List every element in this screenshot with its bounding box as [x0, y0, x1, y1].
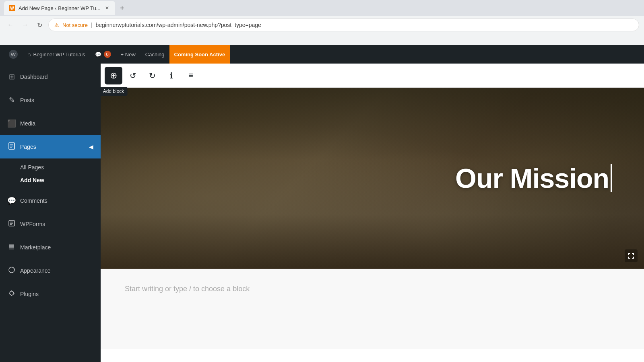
list-view-icon: ≡ [188, 71, 193, 80]
sidebar-item-label: Plugins [20, 291, 39, 297]
undo-button[interactable]: ↺ [124, 67, 142, 84]
wp-logo-icon: W [9, 50, 18, 59]
sidebar-item-label: Appearance [20, 267, 51, 274]
address-bar[interactable]: ⚠ Not secure | beginnerwptutorials.com/w… [48, 19, 639, 31]
sidebar-item-comments[interactable]: 💬 Comments [0, 189, 101, 212]
posts-icon: ✎ [7, 96, 16, 105]
pages-submenu: All Pages Add New [0, 158, 101, 189]
sidebar-item-label: Media [20, 120, 35, 127]
sidebar-item-marketplace[interactable]: Marketplace [0, 236, 101, 259]
sidebar-item-media[interactable]: ⬛ Media [0, 112, 101, 135]
sidebar-item-dashboard[interactable]: ⊞ Dashboard [0, 65, 101, 88]
sidebar-item-appearance[interactable]: Appearance [0, 259, 101, 282]
text-cursor [611, 164, 612, 192]
admin-bar-coming-soon[interactable]: Coming Soon Active [169, 45, 230, 64]
redo-icon: ↻ [149, 71, 156, 80]
sidebar-item-plugins[interactable]: Plugins [0, 282, 101, 306]
sidebar-item-label: Dashboard [20, 74, 48, 80]
wp-admin: W ⌂ Beginner WP Tutorials 💬 0 + New Cach… [0, 45, 644, 362]
admin-bar-comments[interactable]: 💬 0 [90, 45, 116, 64]
comments-icon: 💬 [7, 196, 16, 205]
sidebar-item-label: Marketplace [20, 244, 51, 251]
undo-icon: ↺ [130, 71, 136, 80]
tab-title: Add New Page ‹ Beginner WP Tu... [19, 5, 101, 11]
editor-content[interactable]: Our Mission Start writing or type / to c… [101, 88, 644, 362]
browser-toolbar: ← → ↻ ⚠ Not secure | beginnerwptutorials… [0, 16, 644, 34]
browser-tabs: W Add New Page ‹ Beginner WP Tu... ✕ + [0, 0, 644, 16]
media-icon: ⬛ [7, 119, 16, 128]
home-icon: ⌂ [27, 51, 31, 58]
sidebar-item-wpforms[interactable]: WPForms [0, 212, 101, 236]
sidebar-item-pages[interactable]: Pages ◀ [0, 135, 101, 158]
hero-title: Our Mission [455, 162, 612, 194]
editor-text-area[interactable]: Start writing or type / to choose a bloc… [101, 269, 644, 349]
sidebar-item-posts[interactable]: ✎ Posts [0, 88, 101, 112]
pages-arrow-icon: ◀ [89, 144, 93, 150]
wp-main: ⊞ Dashboard ✎ Posts ⬛ Media Pages ◀ [0, 64, 644, 362]
info-icon: ℹ [170, 71, 173, 80]
browser-tab[interactable]: W Add New Page ‹ Beginner WP Tu... ✕ [4, 1, 115, 15]
redo-button[interactable]: ↻ [143, 67, 161, 84]
admin-bar-caching[interactable]: Caching [140, 45, 169, 64]
comments-count-badge: 0 [104, 51, 111, 58]
add-block-button[interactable]: ⊕ Add block [105, 67, 122, 84]
url-text: beginnerwptutorials.com/wp-admin/post-ne… [96, 22, 261, 28]
pages-icon [7, 142, 16, 152]
sidebar-item-label: Comments [20, 197, 47, 204]
new-tab-button[interactable]: + [117, 2, 128, 14]
sidebar-item-label: WPForms [20, 221, 45, 227]
comment-bubble-icon: 💬 [95, 51, 101, 58]
security-warning-icon: ⚠ [54, 22, 59, 28]
sidebar-subitem-add-new[interactable]: Add New [0, 174, 101, 187]
fullscreen-button[interactable] [625, 249, 638, 262]
not-secure-label: Not secure [62, 22, 88, 28]
appearance-icon [7, 266, 16, 276]
sidebar-subitem-all-pages[interactable]: All Pages [0, 161, 101, 174]
list-view-button[interactable]: ≡ [182, 67, 200, 84]
editor-toolbar: ⊕ Add block ↺ ↻ ℹ ≡ [101, 64, 644, 88]
info-button[interactable]: ℹ [163, 67, 180, 84]
sidebar-item-label: Posts [20, 97, 34, 103]
browser-chrome: W Add New Page ‹ Beginner WP Tu... ✕ + ←… [0, 0, 644, 45]
plugins-icon [7, 290, 16, 299]
editor-placeholder: Start writing or type / to choose a bloc… [125, 285, 620, 293]
admin-bar-new[interactable]: + New [116, 45, 140, 64]
forward-button[interactable]: → [19, 19, 31, 31]
wpforms-icon [7, 220, 16, 229]
admin-bar-wp-logo[interactable]: W [4, 45, 23, 64]
tab-close-button[interactable]: ✕ [104, 5, 110, 11]
admin-bar-site-name[interactable]: ⌂ Beginner WP Tutorials [23, 45, 90, 64]
add-block-tooltip: Add block [101, 87, 127, 96]
dashboard-icon: ⊞ [7, 72, 16, 81]
sidebar-item-label: Pages [20, 144, 36, 150]
address-separator: | [91, 22, 93, 28]
wp-editor: ⊕ Add block ↺ ↻ ℹ ≡ [101, 64, 644, 362]
admin-bar: W ⌂ Beginner WP Tutorials 💬 0 + New Cach… [0, 45, 644, 64]
tab-favicon: W [9, 5, 15, 11]
hero-block: Our Mission [101, 88, 644, 269]
marketplace-icon [7, 243, 16, 252]
back-button[interactable]: ← [5, 19, 16, 31]
refresh-button[interactable]: ↻ [34, 19, 45, 31]
add-block-plus-icon: ⊕ [110, 70, 117, 81]
wp-sidebar: ⊞ Dashboard ✎ Posts ⬛ Media Pages ◀ [0, 64, 101, 362]
